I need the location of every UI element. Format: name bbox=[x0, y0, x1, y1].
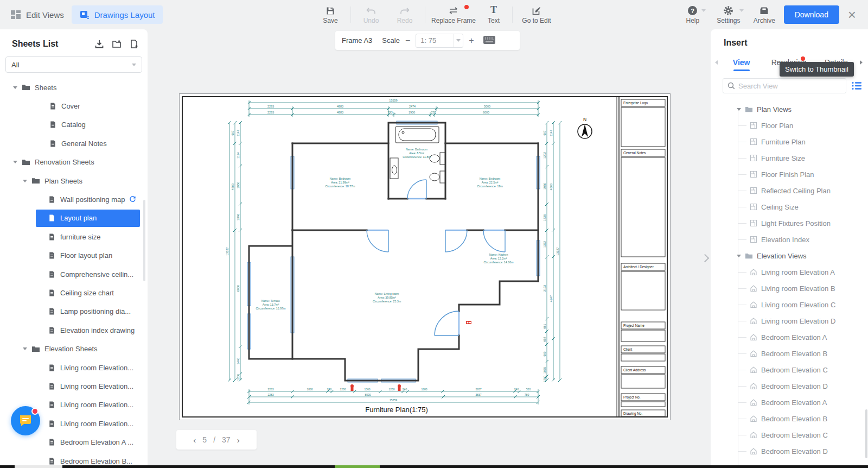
home-icon bbox=[750, 366, 757, 374]
scale-dropdown[interactable] bbox=[453, 34, 463, 47]
svg-text:Area: 39.85m²: Area: 39.85m² bbox=[378, 296, 396, 299]
svg-text:Project No.: Project No. bbox=[623, 395, 641, 400]
view-item-furniture-size[interactable]: Furniture Size bbox=[711, 150, 868, 166]
add-sheet-icon[interactable] bbox=[129, 39, 139, 49]
archive-button[interactable]: Archive bbox=[750, 5, 778, 24]
view-item-light-fixtures-position[interactable]: Light Fixtures Position bbox=[711, 215, 868, 231]
scale-minus-button[interactable]: − bbox=[404, 36, 411, 46]
view-item-living-elev-a[interactable]: Living room Elevation A bbox=[711, 264, 868, 280]
list-view-toggle-icon[interactable] bbox=[852, 81, 861, 90]
sheet-item-comprehensive-ceiling[interactable]: Comprehensive ceilin... bbox=[0, 265, 148, 283]
replace-frame-button[interactable]: Replace Frame bbox=[429, 5, 478, 24]
sheet-item-wall-positioning[interactable]: Wall positioning map bbox=[0, 190, 148, 208]
view-item-bedroom-elev-d1[interactable]: Bedroom Elevation D bbox=[711, 378, 868, 394]
insert-scrollbar[interactable] bbox=[865, 409, 867, 458]
tree-label: Living room Elevation... bbox=[60, 364, 133, 372]
svg-text:Area: 22.5m²: Area: 22.5m² bbox=[482, 181, 499, 184]
prev-page-button[interactable]: ‹ bbox=[193, 435, 196, 445]
settings-button[interactable]: Settings bbox=[712, 5, 745, 24]
chat-button[interactable] bbox=[11, 406, 40, 435]
folder-icon bbox=[22, 158, 30, 167]
tree-label: Bedroom Elevation C bbox=[761, 366, 828, 374]
dimension-keyboard-icon[interactable] bbox=[483, 35, 496, 46]
view-item-bedroom-elev-b1[interactable]: Bedroom Elevation B bbox=[711, 345, 868, 362]
caret-down-icon bbox=[737, 255, 741, 257]
group-elevation-views[interactable]: Elevation Views bbox=[711, 248, 868, 264]
view-item-furniture-plan[interactable]: Furniture Plan bbox=[711, 134, 868, 150]
download-button[interactable]: Download bbox=[784, 5, 839, 24]
view-item-elevation-index[interactable]: Elevation Index bbox=[711, 231, 868, 248]
svg-text:4500: 4500 bbox=[231, 184, 234, 190]
plan-view-icon bbox=[750, 219, 757, 227]
view-item-living-elev-c[interactable]: Living room Elevation C bbox=[711, 296, 868, 313]
svg-text:13327: 13327 bbox=[556, 247, 559, 255]
sheet-item-ceiling-size[interactable]: Ceiling size chart bbox=[0, 283, 148, 302]
sheet-item-furniture-size[interactable]: furniture size bbox=[0, 227, 148, 246]
sheet-item-cover[interactable]: Cover bbox=[0, 97, 148, 115]
sheet-item-lamp-positioning[interactable]: Lamp positioning dia... bbox=[0, 302, 148, 321]
view-item-ceiling-size[interactable]: Ceiling Size bbox=[711, 199, 868, 215]
svg-text:8000: 8000 bbox=[365, 393, 371, 396]
sheet-folder-elevation-sheets[interactable]: Elevation Sheets bbox=[0, 339, 148, 358]
view-item-bedroom-elev-d2[interactable]: Bedroom Elevation D bbox=[711, 443, 868, 459]
scale-select[interactable]: 1: 75 bbox=[416, 34, 463, 48]
sheet-item-general-notes[interactable]: General Notes bbox=[0, 134, 148, 153]
drawing-sheet[interactable]: Enterprise Logo General Notes Architect … bbox=[179, 93, 671, 420]
tabs-scroll-right-icon[interactable] bbox=[860, 60, 863, 65]
edit-views-button[interactable]: Edit Views bbox=[10, 9, 64, 21]
sheet-item-living-elev-2[interactable]: Living room Elevation... bbox=[0, 377, 148, 395]
plan-view-icon bbox=[750, 187, 757, 194]
sheets-scrollbar[interactable] bbox=[143, 200, 145, 281]
sheet-folder-sheets[interactable]: Sheets bbox=[0, 78, 148, 97]
edit-views-icon bbox=[10, 9, 22, 21]
view-item-bedroom-elev-a2[interactable]: Bedroom Elevation A bbox=[711, 394, 868, 410]
edit-views-label: Edit Views bbox=[26, 10, 64, 20]
sheet-item-living-elev-1[interactable]: Living room Elevation... bbox=[0, 358, 148, 377]
scale-plus-button[interactable]: + bbox=[468, 36, 475, 46]
next-page-button[interactable]: › bbox=[237, 435, 240, 445]
sheet-item-elevation-index[interactable]: Elevation index drawing bbox=[0, 321, 148, 339]
sheet-item-layout-plan[interactable]: Layout plan bbox=[0, 209, 148, 227]
view-item-reflected-ceiling-plan[interactable]: Reflected Ceiling Plan bbox=[711, 182, 868, 199]
help-button[interactable]: ? Help bbox=[679, 5, 707, 24]
sheet-title: Furniture Plan(1:75) bbox=[365, 406, 428, 414]
search-view-input[interactable] bbox=[738, 82, 841, 90]
go-to-edit-button[interactable]: Go to Edit bbox=[516, 5, 557, 24]
sheet-folder-plan-sheets[interactable]: Plan Sheets bbox=[0, 172, 148, 190]
add-folder-icon[interactable] bbox=[112, 39, 122, 49]
sheet-item-bedroom-elev-a[interactable]: Bedroom Elevation A ... bbox=[0, 433, 148, 451]
door-sensor-marker bbox=[466, 321, 471, 324]
drawings-layout-icon bbox=[79, 9, 90, 20]
svg-text:1950: 1950 bbox=[543, 183, 546, 189]
svg-text:1950: 1950 bbox=[237, 182, 240, 188]
download-sheet-icon[interactable] bbox=[94, 39, 104, 49]
tree-label: Catalog bbox=[61, 121, 86, 129]
tab-view[interactable]: View bbox=[718, 58, 765, 67]
view-item-bedroom-elev-b2[interactable]: Bedroom Elevation B bbox=[711, 410, 868, 427]
view-item-floor-finish-plan[interactable]: Floor Finish Plan bbox=[711, 166, 868, 182]
collapse-panel-chevron[interactable] bbox=[701, 253, 709, 264]
text-tool-button[interactable]: T Text bbox=[478, 5, 509, 24]
view-item-living-elev-b[interactable]: Living room Elevation B bbox=[711, 280, 868, 296]
sheet-item-catalog[interactable]: Catalog bbox=[0, 116, 148, 134]
close-icon[interactable]: × bbox=[845, 8, 859, 22]
sheets-filter-select[interactable]: All bbox=[5, 56, 142, 73]
view-item-bedroom-elev-c2[interactable]: Bedroom Elevation C bbox=[711, 427, 868, 443]
view-item-living-elev-d[interactable]: Living room Elevation D bbox=[711, 313, 868, 329]
sheet-folder-renovation[interactable]: Renovation Sheets bbox=[0, 153, 148, 172]
redo-button[interactable]: Redo bbox=[388, 5, 422, 24]
svg-text:Circumference: 16.97m: Circumference: 16.97m bbox=[256, 307, 286, 310]
svg-text:N: N bbox=[583, 117, 586, 122]
save-button[interactable]: Save bbox=[314, 5, 347, 24]
view-item-bedroom-elev-a1[interactable]: Bedroom Elevation A bbox=[711, 329, 868, 345]
tree-label: Floor Plan bbox=[761, 122, 793, 130]
view-item-floor-plan[interactable]: Floor Plan bbox=[711, 117, 868, 134]
view-item-bedroom-elev-c1[interactable]: Bedroom Elevation C bbox=[711, 362, 868, 378]
app-window: Edit Views Drawings Layout Save Undo Red… bbox=[0, 0, 868, 468]
tree-label: Living room Elevation B bbox=[761, 284, 835, 293]
group-plan-views[interactable]: Plan Views bbox=[711, 101, 868, 117]
drawings-layout-button[interactable]: Drawings Layout bbox=[72, 5, 163, 24]
search-view-box[interactable] bbox=[723, 78, 846, 93]
undo-button[interactable]: Undo bbox=[354, 5, 388, 24]
sheet-item-floor-layout[interactable]: Floor layout plan bbox=[0, 246, 148, 265]
